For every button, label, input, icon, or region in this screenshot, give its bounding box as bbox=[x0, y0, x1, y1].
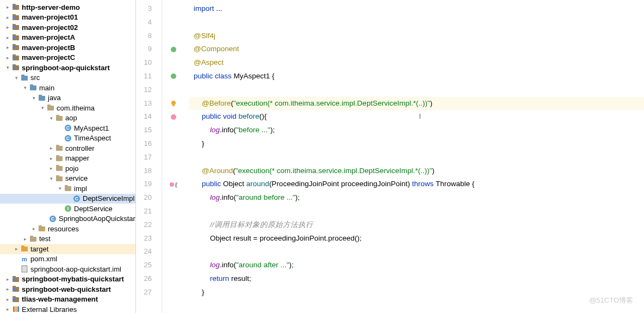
tree-item-aop[interactable]: aop bbox=[0, 113, 135, 124]
code-line-12[interactable] bbox=[189, 83, 644, 97]
expand-arrow[interactable] bbox=[30, 226, 37, 231]
expand-arrow[interactable] bbox=[4, 286, 11, 292]
expand-arrow[interactable] bbox=[4, 297, 11, 302]
tree-item-maven-project02[interactable]: maven-project02 bbox=[0, 22, 135, 33]
code-line-11[interactable]: public class MyAspect1 { bbox=[189, 70, 644, 83]
text-cursor: I bbox=[419, 110, 421, 124]
code-line-17[interactable] bbox=[189, 151, 644, 164]
expand-arrow[interactable] bbox=[4, 55, 11, 60]
tree-item-main[interactable]: main bbox=[0, 83, 135, 93]
tree-item-http-server-demo[interactable]: http-server-demo bbox=[0, 2, 135, 13]
code-area[interactable]: import ...@Slf4j@Component@Aspectpublic … bbox=[185, 0, 644, 313]
svg-rect-46 bbox=[21, 247, 28, 251]
token-sp bbox=[194, 191, 210, 205]
expand-arrow[interactable] bbox=[30, 95, 37, 101]
tree-item-test[interactable]: test bbox=[0, 234, 135, 244]
code-line-24[interactable] bbox=[189, 245, 644, 259]
code-line-4[interactable] bbox=[189, 16, 644, 29]
expand-arrow[interactable] bbox=[4, 277, 11, 282]
tree-item-maven-projecta[interactable]: maven-projectA bbox=[0, 33, 135, 43]
expand-arrow[interactable] bbox=[48, 165, 54, 171]
overlay_at-icon[interactable]: @ bbox=[162, 177, 185, 191]
tree-item-maven-projectb[interactable]: maven-projectB bbox=[0, 42, 135, 53]
code-line-13[interactable]: @Before("execution(* com.itheima.service… bbox=[189, 97, 644, 111]
code-line-8[interactable]: @Slf4j bbox=[189, 29, 644, 43]
expand-arrow[interactable] bbox=[22, 85, 28, 90]
tree-label: resources bbox=[48, 225, 79, 233]
line-number: 18 bbox=[136, 164, 152, 178]
tree-item-mapper[interactable]: mapper bbox=[0, 154, 135, 164]
overlay-icon[interactable] bbox=[162, 110, 185, 124]
gutter-icon-slot bbox=[162, 245, 185, 259]
tree-item-springboot-web-quickstart[interactable]: springboot-web-quickstart bbox=[0, 284, 135, 294]
expand-arrow[interactable] bbox=[57, 186, 63, 191]
token-ident: Throwable { bbox=[436, 177, 474, 191]
expand-arrow[interactable] bbox=[48, 145, 54, 151]
tree-item-target[interactable]: target bbox=[0, 244, 135, 254]
bulb-icon[interactable] bbox=[162, 97, 185, 111]
bean-icon[interactable] bbox=[162, 70, 185, 83]
code-line-16[interactable]: } bbox=[189, 137, 644, 151]
expand-arrow[interactable] bbox=[4, 65, 11, 70]
svg-rect-42 bbox=[39, 225, 42, 227]
expand-arrow[interactable] bbox=[4, 35, 11, 40]
tree-item-impl[interactable]: impl bbox=[0, 183, 135, 194]
token-ident: Object bbox=[223, 177, 246, 191]
project-tree[interactable]: http-server-demomaven-project01maven-pro… bbox=[0, 0, 136, 313]
tree-item-src[interactable]: src bbox=[0, 73, 135, 83]
code-line-20[interactable]: log.info("around before ..."); bbox=[189, 191, 644, 205]
folder-icon bbox=[55, 155, 63, 162]
tree-item-resources[interactable]: resources bbox=[0, 224, 135, 234]
code-line-14[interactable]: public void before(){I bbox=[189, 110, 644, 124]
tree-item-maven-project01[interactable]: maven-project01 bbox=[0, 13, 135, 23]
tree-item-service[interactable]: service bbox=[0, 174, 135, 184]
tree-item-external-libraries[interactable]: External Libraries bbox=[0, 304, 135, 313]
token-kw: public class bbox=[194, 70, 234, 83]
code-line-25[interactable]: log.info("around after ..."); bbox=[189, 259, 644, 272]
tree-item-springboot-mybatis-quickstart[interactable]: springboot-mybatis-quickstart bbox=[0, 274, 135, 285]
code-line-27[interactable]: } bbox=[189, 286, 644, 299]
code-line-3[interactable]: import ... bbox=[189, 2, 644, 16]
expand-arrow[interactable] bbox=[4, 15, 11, 20]
tree-item-deptservice[interactable]: IDeptService bbox=[0, 204, 135, 214]
tree-item-maven-projectc[interactable]: maven-projectC bbox=[0, 53, 135, 63]
tree-label: MyAspect1 bbox=[74, 124, 109, 132]
tree-item-springboot-aop-quickstart-iml[interactable]: springboot-aop-quickstart.iml bbox=[0, 264, 135, 274]
code-line-18[interactable]: @Around("execution(* com.itheima.service… bbox=[189, 164, 644, 178]
expand-arrow[interactable] bbox=[4, 45, 11, 50]
code-line-21[interactable] bbox=[189, 205, 644, 218]
code-line-23[interactable]: Object result = proceedingJoinPoint.proc… bbox=[189, 232, 644, 246]
code-line-10[interactable]: @Aspect bbox=[189, 56, 644, 70]
expand-arrow[interactable] bbox=[48, 156, 54, 161]
tree-item-pojo[interactable]: pojo bbox=[0, 163, 135, 174]
tree-label: maven-projectC bbox=[22, 53, 75, 62]
tree-item-pom-xml[interactable]: mpom.xml bbox=[0, 254, 135, 265]
tree-item-controller[interactable]: controller bbox=[0, 143, 135, 154]
tree-item-com-itheima[interactable]: com.itheima bbox=[0, 103, 135, 113]
expand-arrow[interactable] bbox=[4, 24, 11, 30]
token-str: "before ..." bbox=[236, 124, 270, 137]
code-line-22[interactable]: //调用目标对象的原始方法执行 bbox=[189, 218, 644, 232]
tree-item-myaspect1[interactable]: CMyAspect1 bbox=[0, 123, 135, 133]
tree-item-timeaspect[interactable]: CTimeAspect bbox=[0, 133, 135, 144]
code-line-15[interactable]: log.info("before ..."); bbox=[189, 124, 644, 137]
tree-item-java[interactable]: java bbox=[0, 93, 135, 103]
code-line-19[interactable]: public Object around(ProceedingJoinPoint… bbox=[189, 177, 644, 191]
expand-arrow[interactable] bbox=[48, 176, 54, 181]
code-editor[interactable]: 3489101112131415161718192021222324252627… bbox=[136, 0, 644, 313]
expand-arrow[interactable] bbox=[13, 75, 20, 81]
expand-arrow[interactable] bbox=[4, 4, 11, 10]
expand-arrow[interactable] bbox=[22, 236, 28, 242]
tree-item-deptserviceimpl[interactable]: CDeptServiceImpl bbox=[0, 194, 135, 204]
bean-icon[interactable] bbox=[162, 42, 185, 56]
expand-arrow[interactable] bbox=[4, 306, 11, 312]
code-line-26[interactable]: return result; bbox=[189, 272, 644, 286]
tree-item-springbootaopquickstarta[interactable]: CSpringbootAopQuickstartA bbox=[0, 214, 135, 224]
expand-arrow[interactable] bbox=[39, 105, 46, 111]
svg-rect-17 bbox=[13, 57, 15, 59]
tree-item-tlias-web-management[interactable]: tlias-web-management bbox=[0, 294, 135, 305]
code-line-9[interactable]: @Component bbox=[189, 42, 644, 56]
tree-item-springboot-aop-quickstart[interactable]: springboot-aop-quickstart bbox=[0, 63, 135, 73]
expand-arrow[interactable] bbox=[48, 115, 54, 121]
expand-arrow[interactable] bbox=[13, 246, 20, 251]
